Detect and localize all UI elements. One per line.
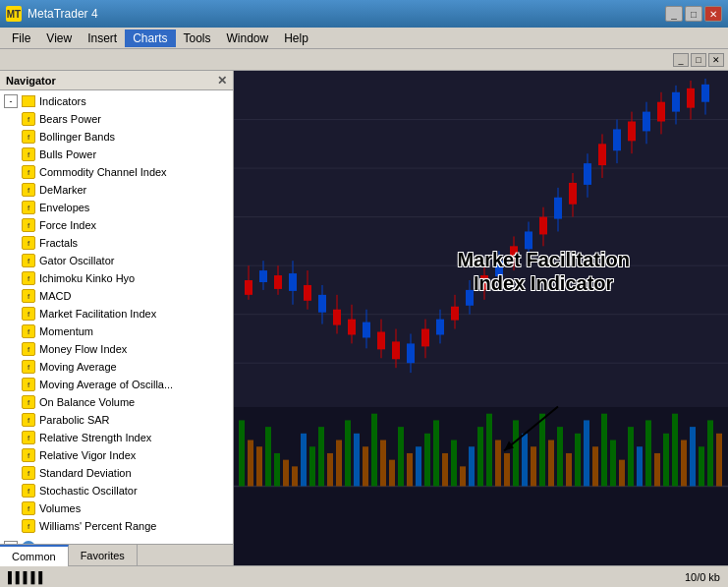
- item-label: On Balance Volume: [39, 396, 135, 408]
- svg-rect-104: [513, 420, 519, 486]
- list-item[interactable]: f Parabolic SAR: [0, 411, 233, 429]
- sub-restore-button[interactable]: □: [691, 53, 706, 67]
- svg-rect-103: [504, 453, 510, 487]
- item-label: Force Index: [39, 219, 96, 231]
- annotation-line1: Market Facilitation: [457, 249, 630, 270]
- svg-rect-78: [283, 460, 289, 487]
- list-item[interactable]: f On Balance Volume: [0, 393, 233, 411]
- svg-rect-85: [345, 420, 351, 486]
- item-label: Money Flow Index: [39, 343, 127, 355]
- list-item[interactable]: f Bears Power: [0, 110, 233, 128]
- menu-file[interactable]: File: [4, 29, 38, 47]
- menu-help[interactable]: Help: [276, 29, 316, 47]
- status-right: 10/0 kb: [685, 571, 720, 583]
- minimize-button[interactable]: _: [665, 6, 683, 22]
- svg-rect-120: [654, 453, 660, 487]
- list-item[interactable]: f Relative Vigor Index: [0, 446, 233, 464]
- maximize-button[interactable]: □: [685, 6, 702, 22]
- indicator-icon: f: [22, 165, 35, 179]
- list-item[interactable]: f Bollinger Bands: [0, 128, 233, 146]
- list-item[interactable]: f Money Flow Index: [0, 340, 233, 358]
- svg-rect-77: [274, 453, 280, 487]
- menu-tools[interactable]: Tools: [176, 29, 219, 47]
- list-item[interactable]: f Ichimoku Kinko Hyo: [0, 269, 233, 287]
- menu-view[interactable]: View: [38, 29, 80, 47]
- sub-close-button[interactable]: ✕: [708, 53, 724, 67]
- list-item[interactable]: f DeMarker: [0, 181, 233, 199]
- svg-rect-68: [687, 88, 695, 108]
- menu-insert[interactable]: Insert: [80, 29, 125, 47]
- menu-charts[interactable]: Charts: [125, 29, 175, 47]
- svg-rect-16: [304, 285, 311, 301]
- chart-area[interactable]: Market Facilitation Index Indicator: [234, 71, 728, 565]
- list-item[interactable]: f Relative Strength Index: [0, 429, 233, 446]
- chart-status-icon: ▌▌▌▌▌: [8, 571, 46, 583]
- svg-rect-97: [451, 440, 457, 487]
- item-label: Williams' Percent Range: [39, 520, 156, 532]
- list-item[interactable]: f Moving Average: [0, 358, 233, 376]
- list-item[interactable]: f MACD: [0, 287, 233, 305]
- indicator-icon: f: [22, 484, 35, 498]
- tree-container[interactable]: - Indicators f Bears Power f Bollinger B…: [0, 90, 233, 544]
- item-label: Relative Vigor Index: [39, 449, 136, 461]
- svg-rect-118: [637, 446, 643, 486]
- indicator-icon: f: [22, 307, 35, 321]
- svg-rect-70: [701, 85, 709, 102]
- svg-rect-48: [539, 217, 547, 235]
- indicator-icon: f: [22, 413, 35, 427]
- svg-rect-52: [569, 183, 577, 205]
- list-item[interactable]: f Williams' Percent Range: [0, 517, 233, 535]
- sub-minimize-button[interactable]: _: [673, 53, 689, 67]
- list-item[interactable]: f Market Facilitation Index: [0, 305, 233, 323]
- svg-rect-92: [407, 453, 413, 487]
- indicator-icon: f: [22, 112, 35, 126]
- svg-rect-126: [707, 420, 713, 486]
- indicator-icon: f: [22, 395, 35, 409]
- indicator-icon: f: [22, 466, 35, 480]
- item-label: Stochastic Oscillator: [39, 485, 138, 497]
- list-item[interactable]: f Fractals: [0, 234, 233, 252]
- list-item[interactable]: f Bulls Power: [0, 146, 233, 163]
- list-item[interactable]: f Volumes: [0, 499, 233, 517]
- indicators-expand-icon[interactable]: -: [4, 94, 18, 108]
- list-item[interactable]: f Gator Oscillator: [0, 252, 233, 269]
- svg-rect-86: [354, 434, 360, 487]
- status-left: ▌▌▌▌▌: [8, 571, 46, 583]
- item-label: Moving Average of Oscilla...: [39, 379, 173, 390]
- svg-rect-110: [566, 453, 572, 487]
- indicators-section-header[interactable]: - Indicators: [0, 92, 233, 110]
- svg-rect-8: [245, 280, 252, 295]
- list-item[interactable]: f Envelopes: [0, 199, 233, 216]
- indicator-icon: f: [22, 342, 35, 356]
- svg-rect-111: [575, 434, 581, 487]
- list-item[interactable]: f Stochastic Oscillator: [0, 482, 233, 499]
- close-button[interactable]: ✕: [704, 6, 722, 22]
- list-item[interactable]: f Momentum: [0, 323, 233, 340]
- item-label: Bollinger Bands: [39, 131, 115, 143]
- svg-rect-54: [584, 163, 591, 185]
- tab-favorites[interactable]: Favorites: [69, 545, 138, 565]
- navigator-close-button[interactable]: ✕: [217, 74, 227, 88]
- indicator-icon: f: [22, 236, 35, 250]
- title-bar: MT MetaTrader 4 _ □ ✕: [0, 0, 728, 28]
- svg-rect-87: [363, 446, 368, 486]
- svg-rect-90: [389, 460, 395, 487]
- menu-window[interactable]: Window: [219, 29, 277, 47]
- svg-rect-98: [460, 466, 466, 486]
- svg-rect-123: [681, 440, 687, 487]
- tab-common[interactable]: Common: [0, 545, 69, 566]
- item-label: Standard Deviation: [39, 467, 132, 479]
- list-item[interactable]: f Standard Deviation: [0, 464, 233, 482]
- item-label: Commodity Channel Index: [39, 166, 167, 178]
- list-item[interactable]: f Commodity Channel Index: [0, 163, 233, 181]
- list-item[interactable]: f Force Index: [0, 216, 233, 234]
- indicators-folder-icon: [22, 95, 35, 107]
- item-label: Volumes: [39, 502, 81, 514]
- svg-rect-119: [645, 420, 651, 486]
- candlestick-chart: [234, 71, 728, 392]
- svg-rect-75: [256, 446, 262, 486]
- indicator-icon: f: [22, 378, 35, 391]
- svg-rect-124: [690, 427, 696, 486]
- list-item[interactable]: f Moving Average of Oscilla...: [0, 376, 233, 393]
- svg-rect-28: [392, 341, 400, 359]
